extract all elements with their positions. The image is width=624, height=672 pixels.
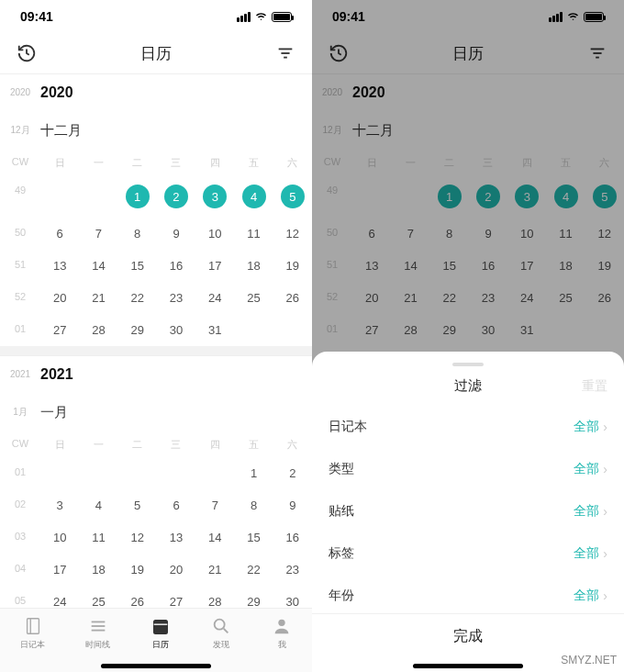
weekday-label: 二 xyxy=(118,151,157,175)
phone-right: 09:41 日历 2020202012月十二月CW日一二三四五六49123455… xyxy=(312,0,624,672)
day-cell[interactable]: 5 xyxy=(118,489,157,521)
day-cell[interactable]: 5 xyxy=(273,175,312,218)
day-cell[interactable]: 16 xyxy=(157,250,195,282)
week-row: 5113141516171819 xyxy=(0,250,312,282)
day-cell[interactable]: 20 xyxy=(40,282,79,314)
tab-me[interactable]: 我 xyxy=(272,616,292,672)
day-cell[interactable]: 31 xyxy=(195,314,234,346)
day-cell[interactable]: 23 xyxy=(157,282,195,314)
filter-row[interactable]: 日记本 全部› xyxy=(312,406,624,448)
day-cell[interactable]: 10 xyxy=(195,218,234,250)
day-cell[interactable]: 9 xyxy=(273,489,312,521)
day-cell[interactable]: 4 xyxy=(234,175,273,218)
day-cell[interactable]: 18 xyxy=(234,250,273,282)
history-icon[interactable] xyxy=(17,43,37,63)
day-cell[interactable]: 23 xyxy=(273,554,312,586)
day-cell[interactable]: 30 xyxy=(273,586,312,608)
day-cell[interactable]: 21 xyxy=(79,282,117,314)
day-cell[interactable]: 17 xyxy=(40,554,79,586)
day-cell[interactable]: 13 xyxy=(157,521,195,554)
chevron-right-icon: › xyxy=(603,504,607,519)
day-cell[interactable]: 3 xyxy=(195,175,234,218)
day-cell[interactable]: 3 xyxy=(40,489,79,521)
day-cell[interactable]: 18 xyxy=(79,554,117,586)
day-cell[interactable]: 21 xyxy=(195,554,234,586)
weekday-label: 五 xyxy=(234,151,273,175)
day-cell[interactable]: 6 xyxy=(157,489,195,521)
week-row: 4912345 xyxy=(0,175,312,218)
home-indicator[interactable] xyxy=(413,664,523,668)
day-cell[interactable]: 7 xyxy=(195,489,234,521)
day-cell[interactable]: 26 xyxy=(118,586,157,608)
week-row: 0524252627282930 xyxy=(0,586,312,608)
calendar-scroll[interactable]: 2020202012月十二月CW日一二三四五六49123455067891011… xyxy=(0,73,312,608)
day-cell[interactable]: 12 xyxy=(273,218,312,250)
day-cell[interactable]: 20 xyxy=(157,554,195,586)
day-cell[interactable]: 7 xyxy=(79,218,117,250)
filter-row[interactable]: 年份 全部› xyxy=(312,575,624,617)
day-cell[interactable]: 29 xyxy=(234,586,273,608)
day-cell[interactable]: 8 xyxy=(118,218,157,250)
home-indicator[interactable] xyxy=(101,664,211,668)
day-cell[interactable]: 22 xyxy=(118,282,157,314)
svg-rect-3 xyxy=(27,619,39,634)
day-cell xyxy=(157,457,195,489)
day-cell xyxy=(195,457,234,489)
day-cell[interactable]: 27 xyxy=(157,586,195,608)
tab-discover[interactable]: 发现 xyxy=(211,616,231,672)
sheet-handle[interactable] xyxy=(452,363,484,366)
tab-diary[interactable]: 日记本 xyxy=(20,616,45,672)
month-row: 12月十二月 xyxy=(0,110,312,151)
day-cell[interactable]: 19 xyxy=(273,250,312,282)
day-cell[interactable]: 22 xyxy=(234,554,273,586)
filter-row[interactable]: 类型 全部› xyxy=(312,448,624,490)
day-cell[interactable]: 2 xyxy=(157,175,195,218)
day-cell[interactable]: 26 xyxy=(273,282,312,314)
day-cell[interactable]: 14 xyxy=(79,250,117,282)
weekday-label: 五 xyxy=(234,432,273,457)
day-cell[interactable]: 13 xyxy=(40,250,79,282)
filter-row[interactable]: 贴纸 全部› xyxy=(312,490,624,532)
day-cell[interactable]: 16 xyxy=(273,521,312,554)
day-cell[interactable]: 6 xyxy=(40,218,79,250)
month-row: 1月一月 xyxy=(0,392,312,432)
section-divider xyxy=(0,346,312,355)
day-cell[interactable]: 1 xyxy=(118,175,157,218)
day-cell[interactable]: 29 xyxy=(118,314,157,346)
day-cell[interactable]: 30 xyxy=(157,314,195,346)
day-cell[interactable]: 28 xyxy=(79,314,117,346)
day-cell[interactable]: 10 xyxy=(40,521,79,554)
filter-label: 日记本 xyxy=(329,419,367,435)
day-cell[interactable]: 11 xyxy=(234,218,273,250)
day-cell[interactable]: 19 xyxy=(118,554,157,586)
day-cell[interactable]: 28 xyxy=(195,586,234,608)
day-cell[interactable]: 15 xyxy=(118,250,157,282)
day-cell[interactable]: 25 xyxy=(234,282,273,314)
month-tag: 1月 xyxy=(0,406,40,419)
day-cell[interactable]: 11 xyxy=(79,521,117,554)
day-cell[interactable]: 17 xyxy=(195,250,234,282)
done-button[interactable]: 完成 xyxy=(312,613,624,659)
reset-button[interactable]: 重置 xyxy=(582,378,607,395)
day-cell[interactable]: 25 xyxy=(79,586,117,608)
day-cell[interactable]: 2 xyxy=(273,457,312,489)
day-cell[interactable]: 12 xyxy=(118,521,157,554)
day-cell[interactable]: 24 xyxy=(195,282,234,314)
day-cell[interactable]: 4 xyxy=(79,489,117,521)
weekday-label: 六 xyxy=(273,432,312,457)
cw-label: 01 xyxy=(0,314,40,346)
cw-label: 52 xyxy=(0,282,40,314)
filter-icon[interactable] xyxy=(275,43,295,63)
day-cell[interactable]: 9 xyxy=(157,218,195,250)
day-cell[interactable]: 8 xyxy=(234,489,273,521)
status-time: 09:41 xyxy=(20,9,53,24)
day-cell[interactable]: 24 xyxy=(40,586,79,608)
month-label: 十二月 xyxy=(40,122,82,140)
day-cell[interactable]: 14 xyxy=(195,521,234,554)
day-cell[interactable]: 1 xyxy=(234,457,273,489)
cw-label: 50 xyxy=(0,218,40,250)
day-cell[interactable]: 15 xyxy=(234,521,273,554)
cw-label: 01 xyxy=(0,457,40,489)
day-cell[interactable]: 27 xyxy=(40,314,79,346)
filter-row[interactable]: 标签 全部› xyxy=(312,532,624,575)
